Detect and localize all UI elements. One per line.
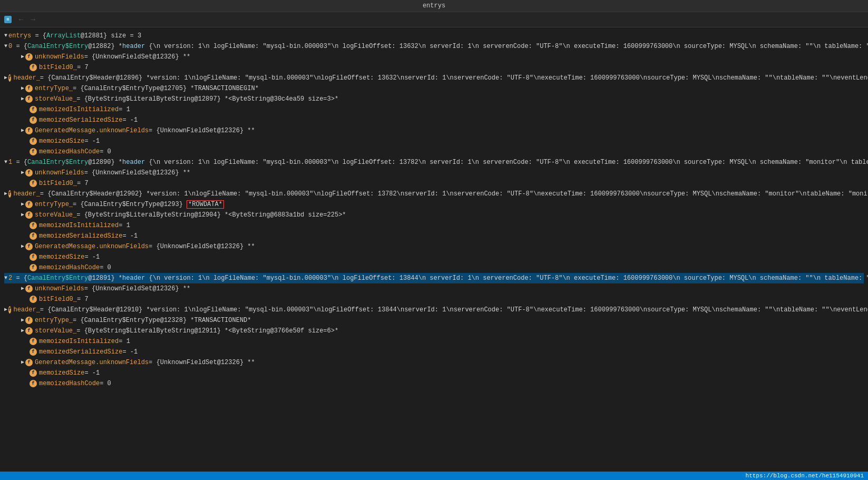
entry-2-header[interactable]: ▶ f header_ = {CanalEntry$Header@12910} … [4, 305, 864, 315]
entry-0-arrow[interactable]: ▼ [4, 42, 7, 51]
entry-1-arrow[interactable]: ▼ [4, 158, 7, 167]
entry-0-unknownfields[interactable]: ▶ f unknownFields = {UnknownFieldSet@123… [4, 52, 864, 62]
entry-2-memoizedserial: f memoizedSerializedSize = -1 [4, 347, 864, 357]
status-url: https://blog.csdn.net/he1154910941 [746, 473, 864, 479]
entry-0-row[interactable]: ▼ 0 = {CanalEntry$Entry@12882} *header {… [4, 41, 864, 52]
entry-1-generatedmsg[interactable]: ▶ f GeneratedMessage.unknownFields = {Un… [4, 241, 864, 252]
entry-2-memoizedhash: f memoizedHashCode = 0 [4, 378, 864, 389]
entry-2-bitfield: f bitField0_ = 7 [4, 294, 864, 305]
entry-1-memoizedsize: f memoizedSize = -1 [4, 252, 864, 262]
entry-0-label: 0 = {CanalEntry$Entry@12882} *header {\n… [8, 42, 868, 51]
entry-1-row[interactable]: ▼ 1 = {CanalEntry$Entry@12890} *header {… [4, 157, 864, 168]
root-label: entrys = {ArrayList@12881} size = 3 [8, 31, 141, 41]
entry-2-storevalue[interactable]: ▶ f storeValue_ = {ByteString$LiteralByt… [4, 326, 864, 336]
entry-2-memoizedsize: f memoizedSize = -1 [4, 368, 864, 378]
toolbar: ⊞ ← → [0, 12, 868, 27]
title-text: entrys [423, 2, 445, 9]
entry-0-memoizedserial: f memoizedSerializedSize = -1 [4, 115, 864, 125]
entry-0-header[interactable]: ▶ f header_ = {CanalEntry$Header@12896} … [4, 73, 864, 83]
entry-2-entrytype[interactable]: ▶ f entryType_ = {CanalEntry$EntryType@1… [4, 315, 864, 326]
entry-0-memoizedinit: f memoizedIsInitialized = 1 [4, 104, 864, 115]
entry-1-storevalue[interactable]: ▶ f storeValue_ = {ByteString$LiteralByt… [4, 210, 864, 220]
entry-1-memoizedhash: f memoizedHashCode = 0 [4, 262, 864, 273]
entry-2-label: 2 = {CanalEntry$Entry@12891} *header {\n… [8, 273, 868, 283]
entry-2-memoizedinit: f memoizedIsInitialized = 1 [4, 336, 864, 347]
entry-2-generatedmsg[interactable]: ▶ f GeneratedMessage.unknownFields = {Un… [4, 357, 864, 368]
back-button[interactable]: ← [17, 14, 25, 25]
entry-2-row[interactable]: ▼ 2 = {CanalEntry$Entry@12891} *header {… [4, 273, 864, 283]
root-arrow[interactable]: ▼ [4, 31, 7, 41]
entry-1-memoizedserial: f memoizedSerializedSize = -1 [4, 231, 864, 241]
entry-1-bitfield: f bitField0_ = 7 [4, 178, 864, 189]
main-content: ▼ entrys = {ArrayList@12881} size = 3 ▼ … [0, 27, 868, 478]
entry-1-unknownfields[interactable]: ▶ f unknownFields = {UnknownFieldSet@123… [4, 168, 864, 178]
forward-button[interactable]: → [28, 14, 37, 25]
entry-0-bitfield: f bitField0_ = 7 [4, 62, 864, 73]
title-bar: entrys [0, 0, 868, 12]
entry-0-memoizedhash: f memoizedHashCode = 0 [4, 146, 864, 157]
status-bar: https://blog.csdn.net/he1154910941 [0, 472, 868, 480]
watch-toolbar-icon: ⊞ [4, 16, 12, 23]
entry-1-entrytype[interactable]: ▶ f entryType_ = {CanalEntry$EntryType@1… [4, 199, 864, 210]
entry-1-memoizedinit: f memoizedIsInitialized = 1 [4, 220, 864, 231]
entry-0-storevalue[interactable]: ▶ f storeValue_ = {ByteString$LiteralByt… [4, 94, 864, 104]
tree-root: ▼ entrys = {ArrayList@12881} size = 3 ▼ … [0, 30, 868, 390]
entry-2-unknownfields[interactable]: ▶ f unknownFields = {UnknownFieldSet@123… [4, 283, 864, 294]
entry-1-label: 1 = {CanalEntry$Entry@12890} *header {\n… [8, 158, 868, 167]
root-node[interactable]: ▼ entrys = {ArrayList@12881} size = 3 [4, 31, 864, 41]
entry-0-entrytype[interactable]: ▶ f entryType_ = {CanalEntry$EntryType@1… [4, 83, 864, 94]
entry-0-memoizedsize: f memoizedSize = -1 [4, 136, 864, 146]
entry-1-header[interactable]: ▶ f header_ = {CanalEntry$Header@12902} … [4, 189, 864, 199]
entry-2-arrow[interactable]: ▼ [4, 273, 7, 283]
entry-0-generatedmsg[interactable]: ▶ f GeneratedMessage.unknownFields = {Un… [4, 125, 864, 136]
